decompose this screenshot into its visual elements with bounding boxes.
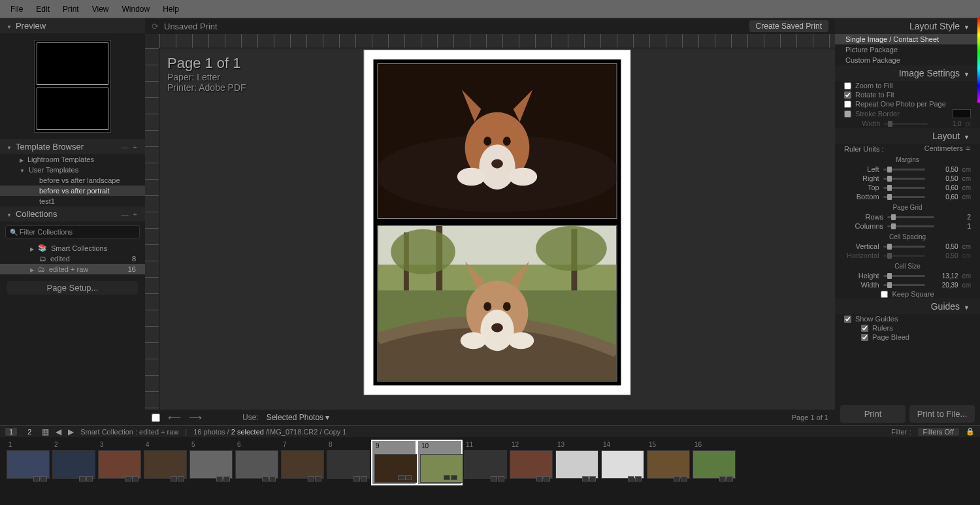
templates-user[interactable]: User Templates [0, 165, 145, 175]
template-item-selected[interactable]: before vs after portrait [0, 186, 145, 196]
photo-cell-2[interactable] [378, 225, 617, 381]
spacing-horizontal-slider[interactable] [883, 255, 925, 257]
use-mode-dropdown[interactable]: Selected Photos ▾ [267, 413, 330, 422]
margin-left-value[interactable]: 0,50 [929, 166, 958, 173]
photo-cell-1[interactable] [378, 63, 617, 219]
collection-smart[interactable]: 📚Smart Collections [0, 242, 145, 253]
print-to-file-button[interactable]: Print to File... [909, 405, 975, 423]
soft-proof-checkbox[interactable] [152, 414, 160, 422]
rotate-to-fit-checkbox[interactable] [844, 91, 851, 99]
margin-left-slider[interactable] [883, 169, 925, 171]
repeat-photo-checkbox[interactable] [844, 101, 851, 108]
filmstrip-thumb[interactable]: 4 [142, 440, 188, 485]
menu-file[interactable]: File [4, 2, 29, 16]
menu-view[interactable]: View [86, 2, 116, 16]
create-saved-print-button[interactable]: Create Saved Print [749, 20, 828, 32]
menu-edit[interactable]: Edit [29, 2, 56, 16]
spacing-vertical-slider[interactable] [883, 246, 925, 248]
nav-prev-icon[interactable]: ◀ [56, 427, 61, 436]
next-page-icon[interactable]: ⟶ [189, 412, 202, 423]
filmstrip-thumb[interactable]: 2 [51, 440, 97, 485]
page-setup-button[interactable]: Page Setup... [7, 281, 138, 295]
show-guides-checkbox[interactable] [844, 316, 851, 323]
nav-next-icon[interactable]: ▶ [68, 427, 74, 436]
grid-view-icon[interactable]: ▦ [42, 427, 49, 436]
guide-rulers-checkbox[interactable] [861, 325, 868, 332]
margin-bottom-value[interactable]: 0,60 [929, 193, 958, 201]
collection-edited-raw[interactable]: 🗂edited + raw16 [0, 264, 145, 274]
rows-slider[interactable] [887, 216, 934, 218]
filmstrip-thumb[interactable]: 14 [600, 440, 645, 485]
filmstrip-thumb[interactable]: 11 [463, 440, 508, 485]
cell-size-subheader: Cell Size [835, 260, 980, 271]
svg-point-16 [536, 226, 607, 271]
template-browser-header[interactable]: Template Browser — + [0, 139, 145, 154]
layout-style-picture-package[interactable]: Picture Package [835, 44, 980, 55]
layout-style-custom-package[interactable]: Custom Package [835, 55, 980, 65]
menu-help[interactable]: Help [156, 2, 186, 16]
stroke-width-value[interactable]: 1,0 [932, 120, 962, 127]
print-page[interactable] [365, 50, 630, 394]
layout-style-single[interactable]: Single Image / Contact Sheet [835, 34, 980, 44]
guide-bleed-checkbox[interactable] [861, 334, 868, 341]
layout-header[interactable]: Layout▼ [835, 128, 980, 144]
rows-value[interactable]: 2 [938, 214, 971, 221]
collections-header[interactable]: Collections — + [0, 206, 145, 221]
margin-top-value[interactable]: 0,60 [929, 184, 958, 191]
cell-height-value[interactable]: 13,12 [929, 272, 958, 280]
collection-edited[interactable]: 🗂edited8 [0, 253, 145, 264]
spacing-vertical-value[interactable]: 0,50 [929, 243, 958, 250]
margin-top-slider[interactable] [883, 187, 925, 189]
filmstrip-thumb[interactable]: 6 [234, 440, 280, 485]
keep-square-label: Keep Square [892, 290, 934, 298]
second-monitor-1[interactable]: 1 [5, 428, 17, 436]
margin-bottom-slider[interactable] [883, 196, 925, 198]
filter-dropdown[interactable]: Filters Off [918, 428, 959, 436]
stroke-border-checkbox[interactable] [844, 110, 851, 118]
thumb-badges [628, 476, 642, 481]
filmstrip-thumb[interactable]: 1 [5, 440, 51, 485]
columns-slider[interactable] [887, 225, 934, 227]
ruler-units-dropdown[interactable]: Centimeters ≑ [924, 144, 971, 153]
filmstrip-thumb[interactable]: 3 [97, 440, 142, 485]
menu-window[interactable]: Window [116, 2, 157, 16]
image-settings-header[interactable]: Image Settings▼ [835, 65, 980, 81]
stroke-width-slider[interactable] [884, 123, 927, 125]
cell-width-value[interactable]: 20,39 [929, 282, 958, 289]
margin-right-slider[interactable] [883, 178, 925, 180]
refresh-icon[interactable]: ⟳ [152, 22, 164, 31]
filmstrip-thumb[interactable]: 5 [188, 440, 234, 485]
margin-right-value[interactable]: 0,50 [929, 175, 958, 182]
panel-add-remove[interactable]: — + [122, 143, 139, 151]
template-item[interactable]: before vs after landscape [0, 175, 145, 186]
cell-width-slider[interactable] [883, 284, 925, 286]
filmstrip-thumb[interactable]: 7 [280, 440, 325, 485]
template-item[interactable]: test1 [0, 196, 145, 206]
guides-header[interactable]: Guides▼ [835, 299, 980, 314]
menu-print[interactable]: Print [56, 2, 86, 16]
filter-lock-icon[interactable]: 🔒 [966, 427, 975, 436]
filmstrip-thumb[interactable]: 13 [554, 440, 600, 485]
keep-square-checkbox[interactable] [881, 291, 888, 298]
filmstrip-thumb[interactable]: 12 [508, 440, 554, 485]
zoom-to-fill-checkbox[interactable] [844, 82, 851, 90]
layout-style-header[interactable]: Layout Style▼ [835, 18, 980, 34]
spacing-horizontal-value[interactable]: 0,50 [929, 252, 958, 259]
second-monitor-2[interactable]: 2 [24, 428, 35, 436]
filmstrip-thumb[interactable]: 10 [417, 440, 463, 485]
filmstrip-thumb[interactable]: 15 [645, 440, 691, 485]
filmstrip-path[interactable]: Smart Collection : edited + raw [80, 428, 178, 436]
filter-collections-input[interactable]: Filter Collections [5, 225, 140, 238]
filmstrip[interactable]: 12345678910111213141516 [0, 437, 980, 488]
print-button[interactable]: Print [840, 405, 906, 423]
preview-panel-header[interactable]: Preview [0, 18, 145, 33]
stroke-color-swatch[interactable] [953, 109, 971, 118]
templates-lightroom[interactable]: Lightroom Templates [0, 154, 145, 165]
columns-value[interactable]: 1 [938, 223, 971, 230]
filmstrip-thumb[interactable]: 16 [691, 440, 737, 485]
prev-page-icon[interactable]: ⟵ [168, 412, 181, 423]
panel-add-remove[interactable]: — + [122, 210, 139, 218]
filmstrip-thumb[interactable]: 8 [325, 440, 371, 485]
filmstrip-thumb[interactable]: 9 [371, 440, 417, 485]
cell-height-slider[interactable] [883, 275, 925, 277]
